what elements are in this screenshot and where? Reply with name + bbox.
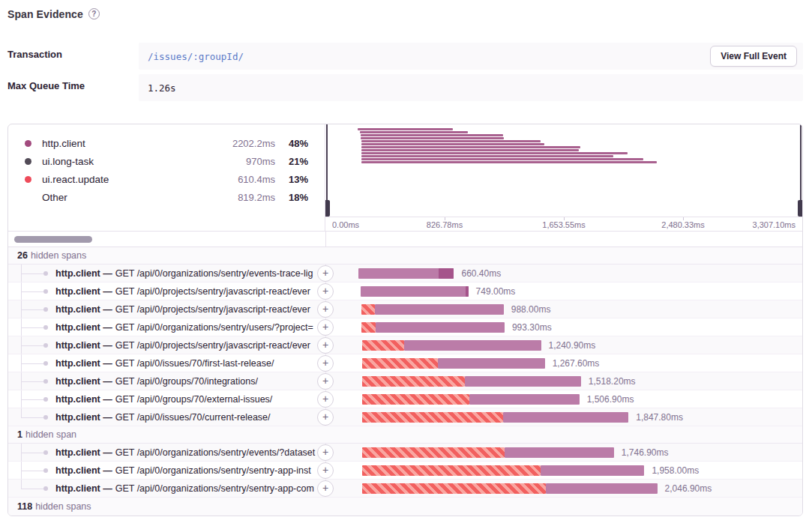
expand-span-button[interactable]: + — [317, 319, 334, 336]
minimap-span-bar — [361, 155, 613, 157]
span-duration-bar — [546, 483, 657, 494]
minimap-right-handle-grip[interactable] — [798, 200, 802, 217]
span-duration-label: 1,267.60ms — [553, 354, 600, 372]
span-request: GET /api/0/issues/70/first-last-release/ — [115, 358, 274, 369]
span-row[interactable]: http.client —GET /api/0/issues/70/curren… — [8, 408, 802, 426]
span-duration-bar — [404, 340, 541, 351]
span-description: http.client —GET /api/0/organizations/se… — [55, 318, 324, 336]
span-bar-cell: 660.40ms — [326, 264, 802, 282]
span-description-cell: http.client —GET /api/0/projects/sentry/… — [8, 282, 326, 300]
span-duration-bar — [465, 376, 581, 387]
span-row[interactable]: http.client —GET /api/0/projects/sentry/… — [8, 336, 802, 354]
minimap-span-bar — [358, 128, 453, 130]
expand-span-button[interactable]: + — [317, 373, 334, 390]
span-op: http.client — — [55, 268, 112, 279]
tree-connector-vertical — [21, 480, 22, 489]
span-duration-bar — [469, 394, 579, 405]
span-bar-cell: 1,958.00ms — [326, 462, 802, 479]
span-duration-label: 1,958.00ms — [652, 462, 699, 480]
span-bar-cell: 1,847.80ms — [326, 408, 802, 426]
span-bar-cell: 1,506.90ms — [326, 390, 802, 408]
span-row[interactable]: http.client —GET /api/0/groups/70/integr… — [8, 372, 802, 390]
span-row[interactable]: http.client —GET /api/0/projects/sentry/… — [8, 300, 802, 318]
legend-color-dot — [25, 176, 31, 183]
span-bar-cell: 1,518.20ms — [326, 372, 802, 390]
expand-span-button[interactable]: + — [317, 462, 334, 479]
minimap-left-handle[interactable] — [326, 124, 328, 217]
expand-span-button[interactable]: + — [317, 265, 334, 282]
span-description: http.client —GET /api/0/issues/70/first-… — [55, 354, 324, 372]
horizontal-scrollbar-thumb[interactable] — [14, 236, 92, 243]
span-op: http.client — — [55, 358, 112, 369]
axis-tick-mark — [445, 217, 445, 220]
view-full-event-button[interactable]: View Full Event — [710, 46, 797, 67]
span-row[interactable]: http.client —GET /api/0/organizations/se… — [8, 444, 802, 462]
hidden-spans-header: 26hidden spans — [8, 247, 802, 264]
minimap-left-handle-grip[interactable] — [325, 200, 330, 217]
tree-node-dot — [43, 486, 48, 491]
queue-time-bar — [362, 447, 505, 458]
span-request: GET /api/0/organizations/sentry/events-t… — [115, 268, 313, 279]
span-overlap-segment — [439, 268, 454, 279]
minimap-span-bar — [361, 149, 579, 151]
tree-node-dot — [43, 468, 48, 473]
expand-span-button[interactable]: + — [317, 409, 334, 426]
span-row[interactable]: http.client —GET /api/0/organizations/se… — [8, 480, 802, 498]
axis-tick-label: 0.00ms — [332, 220, 359, 229]
span-duration-label: 1,518.20ms — [589, 372, 636, 390]
span-description-cell: http.client —GET /api/0/groups/70/extern… — [8, 390, 326, 408]
hidden-spans-label: hidden spans — [35, 501, 91, 512]
span-duration-bar — [361, 286, 469, 297]
expand-span-button[interactable]: + — [317, 444, 334, 461]
tree-node-dot — [43, 325, 48, 330]
hidden-spans-label: hidden span — [25, 429, 76, 440]
tree-node-dot — [43, 289, 48, 294]
tree-connector-horizontal — [21, 399, 45, 400]
tree-node-dot — [43, 307, 48, 312]
minimap-span-bar — [361, 134, 503, 136]
minimap-span-bar — [360, 131, 468, 133]
minimap-right-handle[interactable] — [800, 124, 802, 217]
queue-time-bar — [362, 358, 439, 369]
help-icon[interactable]: ? — [88, 8, 100, 19]
span-duration-label: 749.00ms — [476, 282, 516, 300]
expand-span-button[interactable]: + — [317, 337, 334, 354]
expand-span-button[interactable]: + — [317, 391, 334, 408]
expand-span-button[interactable]: + — [317, 355, 334, 372]
span-row[interactable]: http.client —GET /api/0/projects/sentry/… — [8, 282, 802, 300]
span-waterfall-widget: http.client2202.2ms48%ui.long-task970ms2… — [7, 124, 803, 516]
span-op: http.client — — [55, 304, 112, 315]
expand-span-button[interactable]: + — [317, 480, 334, 497]
queue-time-bar — [362, 412, 503, 423]
tree-connector-horizontal — [21, 489, 45, 489]
transaction-value-panel: /issues/:groupId/ View Full Event — [139, 43, 803, 70]
span-description: http.client —GET /api/0/projects/sentry/… — [55, 336, 324, 354]
span-description-cell: http.client —GET /api/0/organizations/se… — [8, 480, 326, 497]
span-op: http.client — — [55, 286, 112, 297]
hidden-spans-header: 1hidden span — [8, 426, 802, 444]
span-description: http.client —GET /api/0/organizations/se… — [55, 462, 324, 479]
span-request: GET /api/0/projects/sentry/javascript-re… — [115, 286, 310, 297]
tree-node-dot — [43, 271, 48, 276]
transaction-value[interactable]: /issues/:groupId/ — [148, 51, 244, 62]
expand-span-button[interactable]: + — [317, 283, 334, 300]
queue-time-bar — [361, 322, 376, 333]
span-request: GET /api/0/projects/sentry/javascript-re… — [115, 304, 310, 315]
span-row[interactable]: http.client —GET /api/0/issues/70/first-… — [8, 354, 802, 372]
span-row[interactable]: http.client —GET /api/0/organizations/se… — [8, 264, 802, 282]
max-queue-time-label: Max Queue Time — [7, 74, 139, 101]
span-duration-label: 2,046.90ms — [665, 480, 712, 498]
minimap-span-bar — [361, 161, 657, 163]
span-description-cell: http.client —GET /api/0/groups/70/integr… — [8, 372, 326, 390]
span-op: http.client — — [55, 412, 112, 423]
max-queue-time-row: Max Queue Time 1.26s — [7, 74, 803, 101]
span-op: http.client — — [55, 465, 112, 476]
span-bar-cell: 2,046.90ms — [326, 480, 802, 497]
span-row[interactable]: http.client —GET /api/0/groups/70/extern… — [8, 390, 802, 408]
span-row[interactable]: http.client —GET /api/0/organizations/se… — [8, 462, 802, 480]
span-op: http.client — — [55, 376, 112, 387]
max-queue-time-value: 1.26s — [148, 82, 176, 94]
expand-span-button[interactable]: + — [317, 301, 334, 318]
span-row[interactable]: http.client —GET /api/0/organizations/se… — [8, 318, 802, 336]
span-duration-bar — [375, 304, 504, 315]
